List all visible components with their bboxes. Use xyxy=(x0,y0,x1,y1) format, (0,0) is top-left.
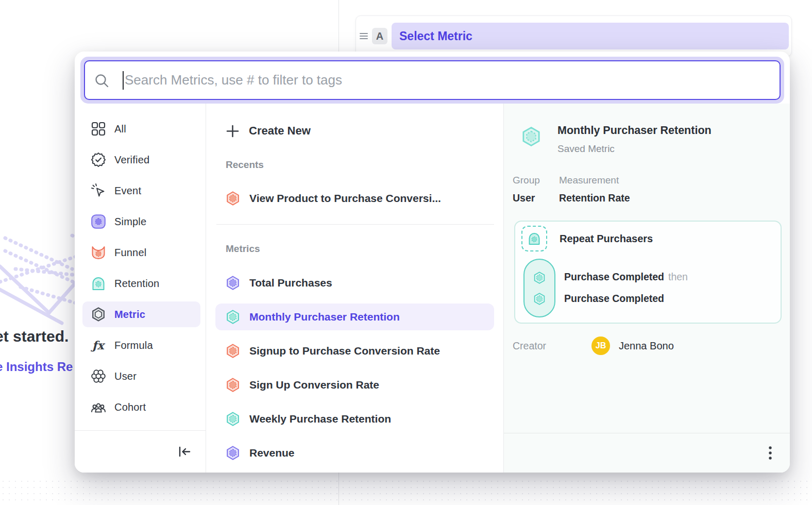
user-icon xyxy=(91,368,106,384)
simple-icon xyxy=(91,214,106,229)
search-input[interactable] xyxy=(125,72,770,88)
list-divider xyxy=(216,224,494,225)
select-metric-label: Select Metric xyxy=(399,29,472,43)
retention-definition-icon xyxy=(521,226,547,251)
metric-definition-card: Repeat Purchasers xyxy=(514,221,782,324)
detail-meta: Group User Measurement Retention Rate xyxy=(513,175,641,204)
sidebar-item-metric[interactable]: Metric xyxy=(82,301,200,327)
grid-icon xyxy=(91,121,106,137)
recents-section-header: Recents xyxy=(226,159,494,172)
detail-title: Monthly Purchaser Retention xyxy=(557,124,712,137)
metric-icon xyxy=(91,307,106,322)
sidebar-item-formula[interactable]: ƒx Formula xyxy=(82,332,200,358)
funnel-icon xyxy=(91,245,106,260)
metric-item-monthly-purchaser-retention[interactable]: Monthly Purchaser Retention xyxy=(215,304,494,330)
measurement-label: Measurement xyxy=(559,175,630,186)
verified-icon xyxy=(91,152,106,167)
hexagon-icon xyxy=(225,411,241,427)
create-new-button[interactable]: Create New xyxy=(215,117,494,145)
metric-detail-panel: Monthly Purchaser Retention Saved Metric… xyxy=(504,104,790,473)
metric-item-total-purchases[interactable]: Total Purchases xyxy=(215,270,494,296)
drag-handle-icon[interactable] xyxy=(360,31,368,41)
group-label: Group xyxy=(513,175,548,186)
hexagon-icon xyxy=(225,309,241,325)
collapse-left-icon xyxy=(176,443,193,460)
metric-item-weekly-purchase-retention[interactable]: Weekly Purchase Retention xyxy=(215,406,494,432)
detail-header: Monthly Purchaser Retention Saved Metric xyxy=(520,124,712,155)
category-sidebar: All Verified xyxy=(75,104,206,473)
formula-icon: ƒx xyxy=(91,338,106,353)
metrics-section-header: Metrics xyxy=(226,243,494,256)
sidebar-item-event[interactable]: Event xyxy=(82,178,200,204)
creator-name: Jenna Bono xyxy=(619,340,674,352)
creator-label: Creator xyxy=(513,340,591,352)
sidebar-item-simple[interactable]: Simple xyxy=(82,209,200,234)
hexagon-icon xyxy=(225,343,241,359)
background-insights-report-link[interactable]: e Insights Re xyxy=(0,360,73,374)
measurement-value: Retention Rate xyxy=(559,192,630,204)
metric-selector-modal: All Verified xyxy=(75,52,790,473)
text-cursor xyxy=(123,71,124,90)
background-partial-heading: et started. xyxy=(0,328,69,345)
page: et started. e Insights Re A Select Metri… xyxy=(0,0,812,505)
saved-metric-hexagon-icon xyxy=(520,125,542,148)
sidebar-item-all[interactable]: All xyxy=(82,116,200,142)
background-dot-grid xyxy=(0,478,812,505)
metric-item-revenue[interactable]: Revenue xyxy=(215,440,494,466)
cohort-icon xyxy=(91,399,106,415)
sidebar-item-retention[interactable]: Retention xyxy=(82,271,200,296)
detail-footer xyxy=(504,433,790,473)
retention-icon xyxy=(91,276,106,291)
search-field[interactable] xyxy=(84,60,781,100)
metric-row-card: A Select Metric xyxy=(356,15,792,57)
sidebar-item-cohort[interactable]: Cohort xyxy=(82,394,200,420)
search-focus-halo xyxy=(80,57,784,104)
hexagon-icon xyxy=(225,191,241,206)
select-metric-button[interactable]: Select Metric xyxy=(392,23,789,49)
hexagon-icon xyxy=(225,275,241,291)
metric-item-signup-to-purchase-conversion-rate[interactable]: Signup to Purchase Conversion Rate xyxy=(215,338,494,364)
hexagon-icon xyxy=(225,445,241,461)
metric-row-letter-badge: A xyxy=(372,28,387,44)
sidebar-item-verified[interactable]: Verified xyxy=(82,147,200,173)
plus-icon xyxy=(226,124,240,138)
svg-text:ƒx: ƒx xyxy=(91,339,105,352)
sidebar-item-user[interactable]: User xyxy=(82,363,200,389)
retention-step-1: Purchase Completed then xyxy=(564,266,688,288)
detail-subtitle: Saved Metric xyxy=(557,143,712,155)
more-options-button[interactable] xyxy=(768,446,772,460)
creator-row: Creator JB Jenna Bono xyxy=(513,336,674,355)
hexagon-icon xyxy=(533,292,546,306)
creator-avatar: JB xyxy=(591,336,610,355)
metric-list-column: Create New Recents View Product to Purch… xyxy=(206,104,504,473)
sidebar-footer xyxy=(75,430,206,473)
hexagon-icon xyxy=(533,271,546,284)
definition-name: Repeat Purchasers xyxy=(560,233,653,245)
event-icon xyxy=(91,183,106,198)
hexagon-icon xyxy=(225,377,241,393)
retention-steps-capsule xyxy=(523,259,555,317)
retention-step-2: Purchase Completed xyxy=(564,288,688,309)
group-value: User xyxy=(513,192,548,204)
sidebar-item-funnel[interactable]: Funnel xyxy=(82,240,200,265)
recent-item-view-product-to-purchase-conversion[interactable]: View Product to Purchase Conversi... xyxy=(215,185,494,212)
kebab-menu-icon xyxy=(768,446,772,460)
metric-item-sign-up-conversion-rate[interactable]: Sign Up Conversion Rate xyxy=(215,372,494,398)
collapse-sidebar-button[interactable] xyxy=(176,443,193,460)
search-icon xyxy=(94,73,109,88)
